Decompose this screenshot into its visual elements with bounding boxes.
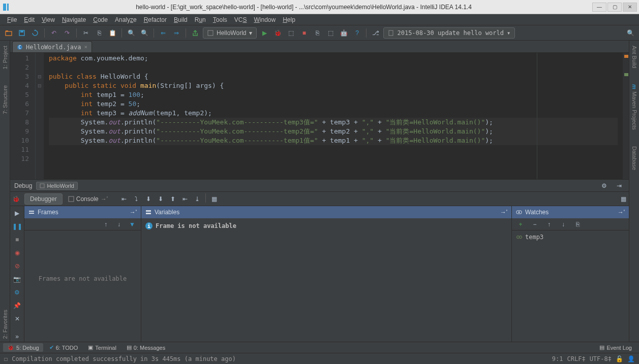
add-watch-icon[interactable]: +: [515, 219, 526, 230]
resume-icon[interactable]: ▶: [12, 208, 22, 218]
find-icon[interactable]: 🔍: [126, 27, 137, 39]
gear-icon[interactable]: ⚙: [598, 180, 610, 191]
variables-body[interactable]: i Frame is not available: [141, 218, 511, 342]
search-icon[interactable]: 🔍: [625, 27, 636, 39]
tool-tab-favorites[interactable]: 2: Favorites: [1, 307, 9, 342]
pin-icon[interactable]: 📌: [12, 301, 22, 311]
view-breakpoints-icon[interactable]: ◉: [12, 248, 22, 258]
cursor-position[interactable]: 9:1: [552, 355, 563, 362]
close-icon[interactable]: ✕: [12, 314, 22, 324]
help-icon[interactable]: ?: [351, 27, 362, 39]
run-config-dropdown[interactable]: HelloWorld ▾: [203, 27, 257, 39]
collapse-icon[interactable]: →': [618, 209, 625, 216]
vcs-log-dropdown[interactable]: 2015-08-30 update hello world ▾: [383, 27, 515, 39]
close-button[interactable]: ✕: [623, 3, 637, 12]
bottom-tab-todo[interactable]: ✔ 6: TODO: [45, 343, 82, 352]
tool-tab-maven[interactable]: m Maven Projects: [630, 81, 638, 133]
collapse-icon[interactable]: →': [130, 209, 137, 216]
bottom-tab-eventlog[interactable]: ▤ Event Log: [595, 343, 636, 352]
refresh-icon[interactable]: [29, 27, 41, 39]
stop-icon[interactable]: ■: [12, 235, 22, 245]
forward-icon[interactable]: ⇒: [171, 27, 182, 39]
menu-window[interactable]: Window: [251, 15, 279, 24]
save-icon[interactable]: [16, 27, 27, 39]
debug-config-chip[interactable]: HelloWorld: [36, 182, 78, 190]
file-encoding[interactable]: UTF-8‡: [590, 355, 612, 362]
menu-tools[interactable]: Tools: [210, 15, 230, 24]
debug-icon[interactable]: 🐞: [272, 27, 283, 39]
menu-view[interactable]: View: [39, 15, 58, 24]
status-indicator-icon[interactable]: ☐: [4, 355, 8, 362]
bottom-tab-messages[interactable]: ▤ 0: Messages: [123, 343, 169, 352]
editor-tab-helloworld[interactable]: C HelloWorld.java ×: [12, 41, 92, 52]
make-icon[interactable]: [190, 27, 201, 39]
menu-refactor[interactable]: Refactor: [141, 15, 170, 24]
editor[interactable]: 1234 5678 9101112 ⊟⊟ package com.youmeek…: [10, 53, 629, 179]
filter-icon[interactable]: ▼: [127, 219, 138, 230]
step-into-icon[interactable]: ⬇: [143, 193, 154, 205]
prev-frame-icon[interactable]: ↑: [100, 219, 111, 230]
back-icon[interactable]: ⇐: [158, 27, 169, 39]
settings-icon[interactable]: ⚙: [12, 287, 22, 297]
next-frame-icon[interactable]: ↓: [113, 219, 125, 230]
remove-watch-icon[interactable]: −: [529, 219, 540, 230]
menu-file[interactable]: File: [4, 15, 20, 24]
paste-icon[interactable]: 📋: [107, 27, 118, 39]
copy-icon[interactable]: ⎘: [94, 27, 105, 39]
menu-edit[interactable]: Edit: [21, 15, 38, 24]
menu-code[interactable]: Code: [90, 15, 111, 24]
show-execution-icon[interactable]: ⇤: [118, 193, 130, 205]
menu-navigate[interactable]: Navigate: [59, 15, 89, 24]
vcs-icon[interactable]: ⎇: [370, 27, 381, 39]
layout-icon[interactable]: ▦: [618, 193, 629, 205]
readonly-icon[interactable]: 🔓: [616, 355, 623, 362]
line-separator[interactable]: CRLF‡: [567, 355, 586, 362]
step-out-icon[interactable]: ⬆: [167, 193, 178, 205]
tool-tab-ant[interactable]: Ant Build: [630, 43, 638, 71]
dump-icon[interactable]: 📷: [12, 274, 22, 284]
watches-body[interactable]: temp3: [512, 230, 629, 342]
cut-icon[interactable]: ✂: [80, 27, 92, 39]
maximize-button[interactable]: ▢: [607, 3, 622, 12]
close-icon[interactable]: ×: [84, 44, 87, 50]
run-to-cursor-icon[interactable]: ⤓: [192, 193, 203, 205]
mute-breakpoints-icon[interactable]: ⊘: [12, 261, 22, 271]
bottom-tab-terminal[interactable]: ▣ Terminal: [84, 343, 120, 352]
coverage-icon[interactable]: ⬚: [285, 27, 296, 39]
undo-icon[interactable]: ↶: [48, 27, 59, 39]
code-area[interactable]: package com.youmeek.demo; public class H…: [44, 53, 623, 179]
menu-run[interactable]: Run: [192, 15, 209, 24]
menu-help[interactable]: Help: [280, 15, 298, 24]
copy-icon[interactable]: ⎘: [572, 219, 583, 230]
more-icon[interactable]: »: [12, 332, 22, 342]
tool-tab-database[interactable]: Database: [630, 143, 638, 173]
evaluate-icon[interactable]: ▦: [208, 193, 220, 205]
replace-icon[interactable]: 🔍: [139, 27, 150, 39]
editor-overview-ruler[interactable]: [623, 53, 629, 179]
force-step-into-icon[interactable]: ⬇: [155, 193, 166, 205]
attach-icon[interactable]: ⎘: [312, 27, 323, 39]
minimize-button[interactable]: —: [592, 3, 606, 12]
move-down-icon[interactable]: ↓: [558, 219, 569, 230]
drop-frame-icon[interactable]: ⇤: [179, 193, 191, 205]
redo-icon[interactable]: ↷: [62, 27, 73, 39]
stop-icon[interactable]: ■: [298, 27, 310, 39]
android-icon[interactable]: 🤖: [338, 27, 349, 39]
watch-item[interactable]: temp3: [516, 234, 625, 241]
tool-tab-structure[interactable]: 7: Structure: [1, 82, 9, 117]
menu-vcs[interactable]: VCS: [231, 15, 250, 24]
menu-build[interactable]: Build: [171, 15, 191, 24]
tab-console[interactable]: Console →': [63, 193, 113, 205]
profile-icon[interactable]: ⬚: [325, 27, 336, 39]
open-icon[interactable]: [3, 27, 14, 39]
bottom-tab-debug[interactable]: 🐞 5: Debug: [3, 343, 43, 352]
hide-icon[interactable]: ⇥: [614, 180, 625, 191]
run-icon[interactable]: ▶: [259, 27, 270, 39]
move-up-icon[interactable]: ↑: [543, 219, 555, 230]
pause-icon[interactable]: ❚❚: [12, 221, 22, 231]
tab-debugger[interactable]: Debugger: [24, 193, 63, 205]
frames-body[interactable]: Frames are not available: [24, 230, 141, 342]
debug-bug-icon[interactable]: 🐞: [10, 193, 21, 205]
hector-icon[interactable]: 👤: [627, 355, 635, 362]
menu-analyze[interactable]: Analyze: [112, 15, 140, 24]
